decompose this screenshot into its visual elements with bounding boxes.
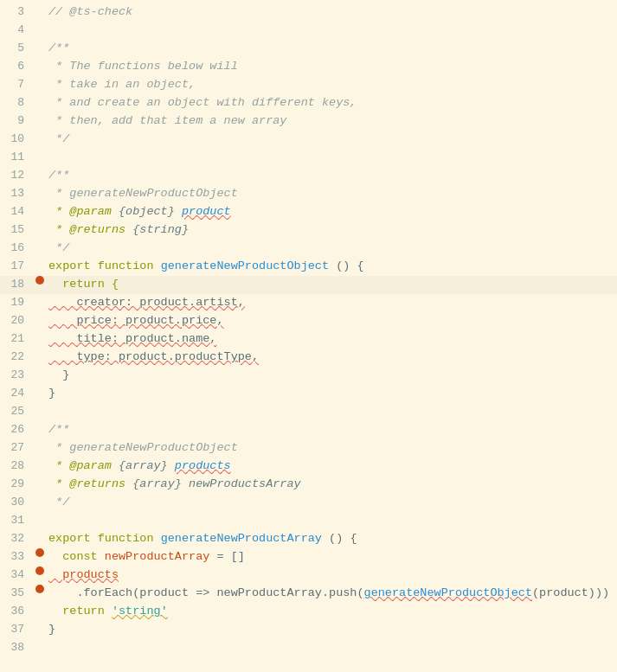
code-line: 7 * take in an object, <box>0 76 617 94</box>
code-line: 22 type: product.productType, <box>0 349 617 367</box>
line-content: type: product.productType, <box>47 349 617 367</box>
line-content: } <box>47 367 617 385</box>
breakpoint-dot <box>35 566 44 575</box>
code-line: 28 * @param {array} products <box>0 458 617 476</box>
line-content: } <box>47 621 617 639</box>
token: */ <box>48 241 69 254</box>
token: /** <box>48 423 69 436</box>
line-number: 29 <box>0 476 33 493</box>
code-line: 18 return { <box>0 276 617 294</box>
line-content: products <box>47 566 617 585</box>
token: {array} <box>119 459 175 472</box>
line-number: 11 <box>0 149 33 166</box>
line-number: 21 <box>0 330 33 348</box>
line-content: /** <box>47 167 617 185</box>
code-line: 3// @ts-check <box>0 3 617 22</box>
line-content: */ <box>47 240 617 258</box>
code-line: 11 <box>0 149 617 167</box>
code-line: 8 * and create an object with different … <box>0 94 617 112</box>
token: * then, add that item a new array <box>48 114 286 127</box>
line-number: 26 <box>0 421 33 438</box>
token: creator: product.artist, <box>48 296 245 309</box>
line-number: 24 <box>0 385 33 402</box>
token: type: product.productType, <box>48 350 259 363</box>
token: () { <box>329 259 364 272</box>
code-line: 26/** <box>0 421 617 439</box>
line-number: 16 <box>0 240 33 257</box>
line-content: title: product.name, <box>47 330 617 349</box>
token: */ <box>48 132 69 145</box>
code-line: 36 return 'string' <box>0 603 617 621</box>
line-number: 8 <box>0 94 33 112</box>
code-line: 34 products <box>0 566 617 585</box>
line-content: export function generateNewProductArray … <box>47 530 617 548</box>
token: * generateNewProductObject <box>48 441 238 454</box>
breakpoint-dot <box>35 548 44 557</box>
line-content: /** <box>47 40 617 58</box>
token: } <box>48 623 55 636</box>
line-number: 18 <box>0 276 33 293</box>
line-content: } <box>47 385 617 403</box>
code-line: 17export function generateNewProductObje… <box>0 258 617 276</box>
code-line: 12/** <box>0 167 617 185</box>
token: } <box>48 368 69 381</box>
token: * take in an object, <box>48 78 196 91</box>
line-number: 19 <box>0 294 33 311</box>
token: product <box>182 205 231 218</box>
token: * and create an object with different ke… <box>48 96 357 109</box>
line-content: const newProductArray = [] <box>47 548 617 566</box>
line-number: 31 <box>0 512 33 529</box>
token: products <box>48 568 119 581</box>
token: generateNewProductObject <box>161 259 329 272</box>
code-line: 23 } <box>0 367 617 385</box>
code-line: 21 title: product.name, <box>0 330 617 349</box>
line-number: 30 <box>0 494 33 511</box>
code-line: 19 creator: product.artist, <box>0 294 617 312</box>
line-number: 4 <box>0 22 33 39</box>
token: 'string' <box>112 605 168 618</box>
code-line: 10 */ <box>0 131 617 149</box>
line-number: 36 <box>0 603 33 620</box>
token: .forEach(product => newProductArray.push… <box>48 586 364 599</box>
token: function <box>98 532 161 545</box>
line-content: * and create an object with different ke… <box>47 94 617 112</box>
token: * generateNewProductObject <box>48 187 238 200</box>
code-line: 16 */ <box>0 240 617 258</box>
token: (product))) <box>532 586 609 599</box>
token: */ <box>48 496 69 509</box>
token: * @returns <box>48 477 132 490</box>
token: * The functions below will <box>48 60 238 73</box>
code-line: 30 */ <box>0 494 617 512</box>
token: * @param <box>48 459 119 472</box>
line-content: return 'string' <box>47 603 617 621</box>
code-line: 13 * generateNewProductObject <box>0 185 617 203</box>
code-line: 4 <box>0 22 617 40</box>
line-content: creator: product.artist, <box>47 294 617 312</box>
line-number: 27 <box>0 439 33 457</box>
line-content: * generateNewProductObject <box>47 185 617 203</box>
line-content: * @returns {array} newProductsArray <box>47 476 617 494</box>
line-number: 38 <box>0 639 33 656</box>
token: {array} newProductsArray <box>132 477 300 490</box>
line-number: 7 <box>0 76 33 93</box>
line-content: // @ts-check <box>47 3 617 22</box>
line-number: 25 <box>0 403 33 420</box>
token: {string} <box>132 223 189 236</box>
line-number: 5 <box>0 40 33 57</box>
line-gutter <box>33 585 47 593</box>
line-number: 9 <box>0 112 33 130</box>
line-content: return { <box>47 276 617 294</box>
line-number: 33 <box>0 548 33 566</box>
line-number: 28 <box>0 458 33 475</box>
line-number: 34 <box>0 566 33 584</box>
code-line: 20 price: product.price, <box>0 312 617 330</box>
line-content: * then, add that item a new array <box>47 112 617 131</box>
line-number: 37 <box>0 621 33 638</box>
line-number: 20 <box>0 312 33 330</box>
token: /** <box>48 42 69 54</box>
code-line: 38 <box>0 639 617 657</box>
code-editor: 3// @ts-check45/**6 * The functions belo… <box>0 0 617 672</box>
line-number: 23 <box>0 367 33 384</box>
code-line: 5/** <box>0 40 617 58</box>
line-content: * @param {array} products <box>47 458 617 476</box>
